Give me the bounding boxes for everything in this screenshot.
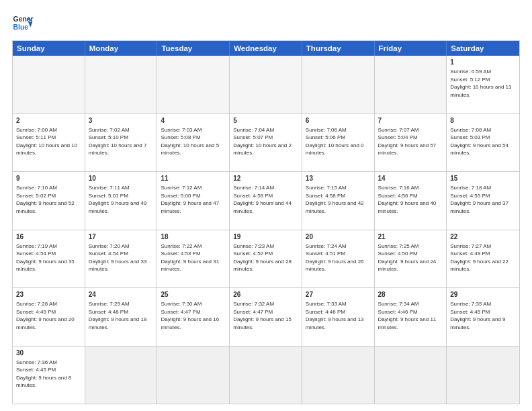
day-info: Sunrise: 7:07 AM Sunset: 5:04 PM Dayligh…: [378, 126, 443, 157]
calendar-cell: [230, 56, 302, 113]
svg-marker-3: [28, 21, 32, 27]
day-info: Sunrise: 7:11 AM Sunset: 5:01 PM Dayligh…: [89, 184, 154, 215]
calendar-cell: 5Sunrise: 7:04 AM Sunset: 5:07 PM Daylig…: [230, 114, 302, 172]
calendar-cell: 2Sunrise: 7:00 AM Sunset: 5:11 PM Daylig…: [13, 114, 85, 172]
day-info: Sunrise: 7:16 AM Sunset: 4:56 PM Dayligh…: [378, 184, 443, 215]
day-number: 14: [378, 174, 443, 183]
calendar-cell: 22Sunrise: 7:27 AM Sunset: 4:49 PM Dayli…: [447, 230, 519, 288]
day-info: Sunrise: 7:33 AM Sunset: 4:46 PM Dayligh…: [306, 300, 371, 331]
day-number: 21: [378, 232, 443, 242]
day-number: 8: [450, 116, 516, 126]
day-number: 5: [233, 116, 298, 126]
day-number: 30: [16, 349, 81, 358]
calendar-cell: 20Sunrise: 7:24 AM Sunset: 4:51 PM Dayli…: [302, 230, 375, 288]
day-number: 22: [450, 232, 516, 242]
header: General Blue: [12, 12, 520, 34]
calendar-cell: 15Sunrise: 7:18 AM Sunset: 4:55 PM Dayli…: [447, 172, 519, 230]
day-info: Sunrise: 7:35 AM Sunset: 4:45 PM Dayligh…: [450, 300, 516, 331]
svg-text:Blue: Blue: [13, 24, 29, 31]
calendar-cell: 23Sunrise: 7:28 AM Sunset: 4:49 PM Dayli…: [13, 288, 85, 346]
calendar-header: SundayMondayTuesdayWednesdayThursdayFrid…: [13, 41, 519, 56]
day-number: 9: [16, 174, 81, 183]
day-number: 28: [378, 290, 443, 300]
calendar-row-2: 9Sunrise: 7:10 AM Sunset: 5:02 PM Daylig…: [13, 171, 519, 230]
day-number: 7: [378, 116, 443, 126]
day-number: 6: [306, 116, 371, 126]
weekday-header-saturday: Saturday: [447, 41, 519, 56]
calendar-cell: 25Sunrise: 7:30 AM Sunset: 4:47 PM Dayli…: [157, 288, 230, 346]
calendar-cell: 24Sunrise: 7:29 AM Sunset: 4:48 PM Dayli…: [85, 288, 158, 346]
calendar-cell: 11Sunrise: 7:12 AM Sunset: 5:00 PM Dayli…: [157, 172, 230, 230]
day-info: Sunrise: 7:28 AM Sunset: 4:49 PM Dayligh…: [16, 300, 81, 331]
day-number: 20: [306, 232, 371, 242]
day-info: Sunrise: 7:20 AM Sunset: 4:54 PM Dayligh…: [89, 242, 154, 273]
weekday-header-monday: Monday: [85, 41, 158, 56]
calendar-cell: 1Sunrise: 6:59 AM Sunset: 5:12 PM Daylig…: [447, 56, 519, 113]
calendar-cell: 3Sunrise: 7:02 AM Sunset: 5:10 PM Daylig…: [85, 114, 158, 172]
day-info: Sunrise: 7:34 AM Sunset: 4:46 PM Dayligh…: [378, 300, 443, 331]
calendar-cell: 29Sunrise: 7:35 AM Sunset: 4:45 PM Dayli…: [447, 288, 519, 346]
calendar-cell: 9Sunrise: 7:10 AM Sunset: 5:02 PM Daylig…: [13, 172, 85, 230]
day-info: Sunrise: 7:10 AM Sunset: 5:02 PM Dayligh…: [16, 184, 81, 215]
day-number: 27: [306, 290, 371, 300]
day-info: Sunrise: 7:27 AM Sunset: 4:49 PM Dayligh…: [450, 242, 516, 273]
day-info: Sunrise: 7:12 AM Sunset: 5:00 PM Dayligh…: [161, 184, 226, 215]
calendar-cell: 26Sunrise: 7:32 AM Sunset: 4:47 PM Dayli…: [230, 288, 302, 346]
weekday-header-thursday: Thursday: [302, 41, 375, 56]
day-number: 1: [450, 58, 516, 67]
calendar-cell: [302, 56, 375, 113]
calendar-cell: [375, 347, 447, 404]
calendar-cell: [447, 347, 519, 404]
day-number: 23: [16, 290, 81, 300]
day-info: Sunrise: 7:24 AM Sunset: 4:51 PM Dayligh…: [306, 242, 371, 273]
weekday-header-wednesday: Wednesday: [230, 41, 302, 56]
calendar-cell: [85, 56, 158, 113]
calendar-cell: 10Sunrise: 7:11 AM Sunset: 5:01 PM Dayli…: [85, 172, 158, 230]
calendar-cell: 17Sunrise: 7:20 AM Sunset: 4:54 PM Dayli…: [85, 230, 158, 288]
calendar-body: 1Sunrise: 6:59 AM Sunset: 5:12 PM Daylig…: [13, 56, 519, 404]
day-info: Sunrise: 7:04 AM Sunset: 5:07 PM Dayligh…: [233, 126, 298, 157]
day-number: 18: [161, 232, 226, 242]
calendar-row-1: 2Sunrise: 7:00 AM Sunset: 5:11 PM Daylig…: [13, 113, 519, 172]
page: General Blue SundayMondayTuesdayWednesda…: [0, 0, 532, 411]
day-info: Sunrise: 7:03 AM Sunset: 5:08 PM Dayligh…: [161, 126, 226, 157]
calendar-cell: 4Sunrise: 7:03 AM Sunset: 5:08 PM Daylig…: [157, 114, 230, 172]
day-number: 11: [161, 174, 226, 183]
generalblue-logo-icon: General Blue: [12, 12, 34, 34]
day-info: Sunrise: 7:29 AM Sunset: 4:48 PM Dayligh…: [89, 300, 154, 331]
day-number: 29: [450, 290, 516, 300]
calendar-cell: 6Sunrise: 7:06 AM Sunset: 5:06 PM Daylig…: [302, 114, 375, 172]
day-number: 25: [161, 290, 226, 300]
day-info: Sunrise: 7:06 AM Sunset: 5:06 PM Dayligh…: [306, 126, 371, 157]
calendar-cell: [13, 56, 85, 113]
day-info: Sunrise: 7:22 AM Sunset: 4:53 PM Dayligh…: [161, 242, 226, 273]
day-info: Sunrise: 7:00 AM Sunset: 5:11 PM Dayligh…: [16, 126, 81, 157]
day-info: Sunrise: 7:02 AM Sunset: 5:10 PM Dayligh…: [89, 126, 154, 157]
day-info: Sunrise: 7:19 AM Sunset: 4:54 PM Dayligh…: [16, 242, 81, 273]
day-number: 17: [89, 232, 154, 242]
day-number: 13: [306, 174, 371, 183]
calendar-cell: [375, 56, 447, 113]
day-info: Sunrise: 6:59 AM Sunset: 5:12 PM Dayligh…: [450, 68, 516, 99]
calendar-cell: 12Sunrise: 7:14 AM Sunset: 4:59 PM Dayli…: [230, 172, 302, 230]
day-info: Sunrise: 7:14 AM Sunset: 4:59 PM Dayligh…: [233, 184, 298, 215]
calendar-cell: [157, 56, 230, 113]
day-number: 15: [450, 174, 516, 183]
calendar-cell: [85, 347, 158, 404]
day-info: Sunrise: 7:30 AM Sunset: 4:47 PM Dayligh…: [161, 300, 226, 331]
calendar-row-5: 30Sunrise: 7:36 AM Sunset: 4:45 PM Dayli…: [13, 346, 519, 404]
day-number: 4: [161, 116, 226, 126]
weekday-header-friday: Friday: [375, 41, 447, 56]
calendar-cell: [230, 347, 302, 404]
calendar-cell: [157, 347, 230, 404]
calendar-cell: 13Sunrise: 7:15 AM Sunset: 4:58 PM Dayli…: [302, 172, 375, 230]
calendar-cell: 28Sunrise: 7:34 AM Sunset: 4:46 PM Dayli…: [375, 288, 447, 346]
day-number: 16: [16, 232, 81, 242]
calendar-cell: 8Sunrise: 7:08 AM Sunset: 5:03 PM Daylig…: [447, 114, 519, 172]
calendar-cell: 7Sunrise: 7:07 AM Sunset: 5:04 PM Daylig…: [375, 114, 447, 172]
calendar: SundayMondayTuesdayWednesdayThursdayFrid…: [12, 40, 520, 404]
day-info: Sunrise: 7:36 AM Sunset: 4:45 PM Dayligh…: [16, 359, 81, 390]
calendar-row-4: 23Sunrise: 7:28 AM Sunset: 4:49 PM Dayli…: [13, 287, 519, 346]
calendar-cell: 21Sunrise: 7:25 AM Sunset: 4:50 PM Dayli…: [375, 230, 447, 288]
day-info: Sunrise: 7:18 AM Sunset: 4:55 PM Dayligh…: [450, 184, 516, 215]
